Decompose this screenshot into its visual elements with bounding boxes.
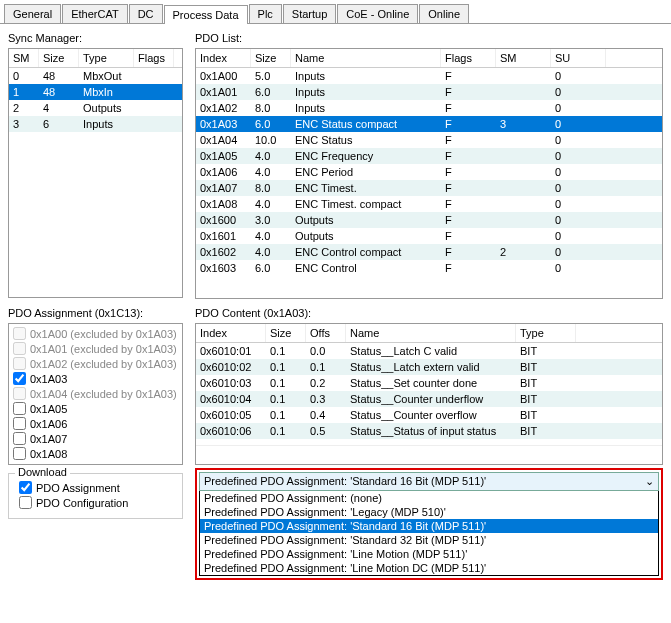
- column-header[interactable]: Size: [266, 324, 306, 342]
- tab-startup[interactable]: Startup: [283, 4, 336, 23]
- pdo-assignment-item[interactable]: 0x1A08: [11, 446, 180, 461]
- table-row[interactable]: 0x1A064.0ENC PeriodF0: [196, 164, 662, 180]
- predefined-pdo-option[interactable]: Predefined PDO Assignment: 'Line Motion …: [200, 561, 658, 575]
- pdo-list-table[interactable]: IndexSizeNameFlagsSMSU 0x1A005.0InputsF0…: [195, 48, 663, 299]
- table-row[interactable]: 0x6010:050.10.4Status__Counter overflowB…: [196, 407, 662, 423]
- table-row[interactable]: 0x6010:020.10.1Status__Latch extern vali…: [196, 359, 662, 375]
- pdo-list-label: PDO List:: [195, 32, 663, 44]
- pdo-assignment-item-label: 0x1A04 (excluded by 0x1A03): [30, 388, 177, 400]
- table-row[interactable]: 24Outputs: [9, 100, 182, 116]
- pdo-assignment-checkbox: [13, 327, 26, 340]
- column-header[interactable]: Size: [39, 49, 79, 67]
- table-row[interactable]: 0x16036.0ENC ControlF0: [196, 260, 662, 276]
- pdo-content-hscroll[interactable]: [196, 445, 662, 463]
- predefined-pdo-combo[interactable]: Predefined PDO Assignment: 'Standard 16 …: [199, 472, 659, 491]
- download-item[interactable]: PDO Assignment: [17, 480, 174, 495]
- table-row[interactable]: 0x1A036.0ENC Status compactF30: [196, 116, 662, 132]
- pdo-assignment-checkbox[interactable]: [13, 372, 26, 385]
- pdo-assignment-checkbox: [13, 342, 26, 355]
- column-header[interactable]: Index: [196, 324, 266, 342]
- table-row[interactable]: 0x16024.0ENC Control compactF20: [196, 244, 662, 260]
- predefined-pdo-option[interactable]: Predefined PDO Assignment: 'Legacy (MDP …: [200, 505, 658, 519]
- tab-ethercat[interactable]: EtherCAT: [62, 4, 127, 23]
- pdo-assignment-checkbox[interactable]: [13, 447, 26, 460]
- pdo-assignment-item-label: 0x1A05: [30, 403, 67, 415]
- predefined-pdo-option[interactable]: Predefined PDO Assignment: 'Line Motion …: [200, 547, 658, 561]
- pdo-content-table[interactable]: IndexSizeOffsNameType 0x6010:010.10.0Sta…: [195, 323, 663, 465]
- download-group: Download PDO AssignmentPDO Configuration: [8, 473, 183, 519]
- pdo-assignment-item-label: 0x1A08: [30, 448, 67, 460]
- tab-plc[interactable]: Plc: [249, 4, 282, 23]
- pdo-assignment-checkbox[interactable]: [13, 402, 26, 415]
- predefined-pdo-option[interactable]: Predefined PDO Assignment: 'Standard 16 …: [200, 519, 658, 533]
- tab-online[interactable]: Online: [419, 4, 469, 23]
- table-row[interactable]: 0x1A078.0ENC Timest.F0: [196, 180, 662, 196]
- predefined-pdo-option[interactable]: Predefined PDO Assignment: 'Standard 32 …: [200, 533, 658, 547]
- predefined-pdo-highlight: Predefined PDO Assignment: 'Standard 16 …: [195, 468, 663, 580]
- column-header[interactable]: Index: [196, 49, 251, 67]
- pdo-assignment-item-label: 0x1A06: [30, 418, 67, 430]
- table-row[interactable]: 0x1A005.0InputsF0: [196, 68, 662, 84]
- download-item[interactable]: PDO Configuration: [17, 495, 174, 510]
- column-header[interactable]: Name: [346, 324, 516, 342]
- predefined-pdo-selected: Predefined PDO Assignment: 'Standard 16 …: [204, 475, 486, 488]
- sync-manager-table[interactable]: SMSizeTypeFlags 048MbxOut148MbxIn24Outpu…: [8, 48, 183, 298]
- column-header[interactable]: SM: [496, 49, 551, 67]
- table-row[interactable]: 36Inputs: [9, 116, 182, 132]
- download-checkbox[interactable]: [19, 481, 32, 494]
- download-checkbox[interactable]: [19, 496, 32, 509]
- table-row[interactable]: 0x16003.0OutputsF0: [196, 212, 662, 228]
- pdo-assignment-checkbox[interactable]: [13, 417, 26, 430]
- column-header[interactable]: Name: [291, 49, 441, 67]
- pdo-assignment-checkbox: [13, 387, 26, 400]
- pdo-assignment-item[interactable]: 0x1A05: [11, 401, 180, 416]
- sync-manager-label: Sync Manager:: [8, 32, 183, 44]
- table-row[interactable]: 148MbxIn: [9, 84, 182, 100]
- pdo-assignment-label: PDO Assignment (0x1C13):: [8, 307, 183, 319]
- pdo-assignment-item-label: 0x1A02 (excluded by 0x1A03): [30, 358, 177, 370]
- tab-coe-online[interactable]: CoE - Online: [337, 4, 418, 23]
- column-header[interactable]: Flags: [441, 49, 496, 67]
- pdo-assignment-item[interactable]: 0x1A07: [11, 431, 180, 446]
- table-row[interactable]: 0x1A0410.0ENC StatusF0: [196, 132, 662, 148]
- pdo-assignment-checkbox[interactable]: [13, 432, 26, 445]
- table-row[interactable]: 048MbxOut: [9, 68, 182, 84]
- pdo-assignment-checkbox: [13, 357, 26, 370]
- table-row[interactable]: 0x16014.0OutputsF0: [196, 228, 662, 244]
- column-header[interactable]: Offs: [306, 324, 346, 342]
- tab-bar: GeneralEtherCATDCProcess DataPlcStartupC…: [0, 0, 671, 24]
- pdo-assignment-item[interactable]: 0x1A06: [11, 416, 180, 431]
- tab-process-data[interactable]: Process Data: [164, 5, 248, 24]
- column-header[interactable]: Type: [516, 324, 576, 342]
- table-row[interactable]: 0x6010:030.10.2Status__Set counter doneB…: [196, 375, 662, 391]
- pdo-content-label: PDO Content (0x1A03):: [195, 307, 663, 319]
- pdo-assignment-item: 0x1A01 (excluded by 0x1A03): [11, 341, 180, 356]
- table-row[interactable]: 0x6010:010.10.0Status__Latch C validBIT: [196, 343, 662, 359]
- download-item-label: PDO Configuration: [36, 497, 128, 509]
- tab-general[interactable]: General: [4, 4, 61, 23]
- pdo-assignment-list[interactable]: 0x1A00 (excluded by 0x1A03)0x1A01 (exclu…: [8, 323, 183, 465]
- pdo-assignment-item: 0x1A02 (excluded by 0x1A03): [11, 356, 180, 371]
- pdo-assignment-item[interactable]: 0x1A03: [11, 371, 180, 386]
- table-row[interactable]: 0x1A054.0ENC FrequencyF0: [196, 148, 662, 164]
- table-row[interactable]: 0x1A084.0ENC Timest. compactF0: [196, 196, 662, 212]
- column-header[interactable]: SM: [9, 49, 39, 67]
- sync-manager-hscroll[interactable]: [9, 281, 182, 297]
- pdo-assignment-item: 0x1A04 (excluded by 0x1A03): [11, 386, 180, 401]
- predefined-pdo-dropdown[interactable]: Predefined PDO Assignment: (none)Predefi…: [199, 491, 659, 576]
- table-row[interactable]: 0x6010:060.10.5Status__Status of input s…: [196, 423, 662, 439]
- pdo-assignment-item: 0x1A00 (excluded by 0x1A03): [11, 326, 180, 341]
- column-header[interactable]: Size: [251, 49, 291, 67]
- download-legend: Download: [15, 466, 70, 478]
- table-row[interactable]: 0x1A028.0InputsF0: [196, 100, 662, 116]
- pdo-assignment-item-label: 0x1A01 (excluded by 0x1A03): [30, 343, 177, 355]
- pdo-assignment-item-label: 0x1A07: [30, 433, 67, 445]
- column-header[interactable]: Flags: [134, 49, 174, 67]
- predefined-pdo-option[interactable]: Predefined PDO Assignment: (none): [200, 491, 658, 505]
- column-header[interactable]: Type: [79, 49, 134, 67]
- tab-dc[interactable]: DC: [129, 4, 163, 23]
- pdo-assignment-item-label: 0x1A03: [30, 373, 67, 385]
- column-header[interactable]: SU: [551, 49, 606, 67]
- table-row[interactable]: 0x1A016.0InputsF0: [196, 84, 662, 100]
- table-row[interactable]: 0x6010:040.10.3Status__Counter underflow…: [196, 391, 662, 407]
